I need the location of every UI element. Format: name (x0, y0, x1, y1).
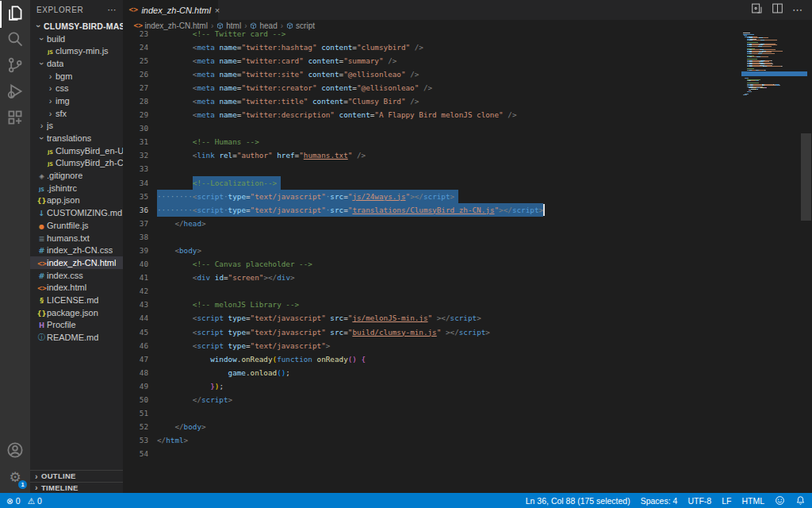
status-errors[interactable]: ⊗0 (6, 496, 21, 506)
tree-file-index-zh-cn-html[interactable]: <>index_zh-CN.html (30, 256, 123, 269)
code-line-41[interactable]: 41 <div id="screen"></div> (123, 271, 800, 284)
line-number[interactable]: 37 (123, 217, 157, 230)
line-number[interactable]: 50 (123, 393, 157, 406)
minimap[interactable] (743, 31, 800, 134)
editor-scrollbar[interactable] (800, 31, 812, 493)
code-line-38[interactable]: 38 (123, 230, 800, 244)
breadcrumb-item-html[interactable]: html (216, 21, 241, 30)
panel-outline[interactable]: ›OUTLINE (30, 470, 123, 482)
code-line-46[interactable]: 46 <script type="text/javascript"> (123, 339, 800, 352)
close-icon[interactable]: × (215, 6, 220, 15)
scrollbar-slider[interactable] (801, 133, 811, 221)
code-line-39[interactable]: 39 <body> (123, 244, 800, 257)
line-number[interactable]: 44 (123, 311, 157, 325)
tree-file-app-json[interactable]: {}app.json (30, 194, 123, 207)
open-changes-icon[interactable] (751, 2, 763, 17)
tab-index-zh-cn-html[interactable]: <> index_zh-CN.html × (123, 0, 218, 20)
activity-item-explorer[interactable] (0, 4, 30, 25)
tree-file-index-html[interactable]: <>index.html (30, 281, 123, 294)
tree-file-clumsy-min-js[interactable]: JSclumsy-min.js (30, 44, 123, 57)
code-line-53[interactable]: 53</html> (123, 433, 800, 447)
code-line-49[interactable]: 49 }); (123, 379, 800, 393)
code-line-34[interactable]: 34 <!--Localization--> (123, 176, 800, 190)
tree-file-license-md[interactable]: §LICENSE.md (30, 294, 123, 306)
breadcrumb-item-script[interactable]: script (286, 21, 315, 30)
code-line-36[interactable]: 36········<script·type="text/javascript"… (123, 203, 800, 217)
code-line-32[interactable]: 32 <link rel="author" href="humans.txt" … (123, 148, 800, 162)
code-line-45[interactable]: 45 <script type="text/javascript" src="b… (123, 325, 800, 339)
status-encoding[interactable]: UTF-8 (688, 496, 711, 506)
activity-item-source-control[interactable] (0, 56, 30, 77)
tree-folder-js[interactable]: ›js (30, 120, 123, 133)
tree-folder-img[interactable]: ›img (30, 94, 123, 107)
code-line-52[interactable]: 52 </body> (123, 420, 800, 433)
line-number[interactable]: 45 (123, 325, 157, 339)
line-number[interactable]: 29 (123, 108, 157, 121)
line-number[interactable]: 33 (123, 162, 157, 175)
line-number[interactable]: 27 (123, 81, 157, 94)
code-line-51[interactable]: 51 (123, 406, 800, 420)
code-line-29[interactable]: 29 <meta name="twitter:description" cont… (123, 108, 800, 121)
code-line-42[interactable]: 42 (123, 284, 800, 298)
code-line-25[interactable]: 25 <meta name="twitter:card" content="su… (123, 54, 800, 67)
line-number[interactable]: 48 (123, 366, 157, 379)
tree-folder-sfx[interactable]: ›sfx (30, 107, 123, 120)
line-number[interactable]: 36 (123, 203, 157, 217)
code-line-24[interactable]: 24 <meta name="twitter:hashtag" content=… (123, 40, 800, 54)
code-line-33[interactable]: 33 (123, 162, 800, 175)
line-number[interactable]: 26 (123, 67, 157, 81)
activity-item-run-debug[interactable] (0, 83, 30, 103)
tree-file-clumsybird-en-us-[interactable]: JSClumsyBird_en-US... (30, 144, 123, 157)
tree-folder-build[interactable]: ›build (30, 33, 123, 45)
tree-file-customizing-md[interactable]: ↓CUSTOMIZING.md (30, 206, 123, 219)
activity-item-settings[interactable]: ⚙1 (0, 468, 30, 488)
activity-item-search[interactable] (0, 30, 30, 51)
code-editor[interactable]: 23 <!-- Twitter card -->24 <meta name="t… (123, 31, 800, 493)
bell-icon[interactable] (795, 495, 806, 506)
status-language-mode[interactable]: HTML (741, 496, 764, 506)
tree-file-index-zh-cn-css[interactable]: #index_zh-CN.css (30, 244, 123, 256)
tree-file-humans-txt[interactable]: ≡humans.txt (30, 232, 123, 244)
line-number[interactable]: 53 (123, 433, 157, 447)
code-line-30[interactable]: 30 (123, 121, 800, 135)
code-line-44[interactable]: 44 <script type="text/javascript" src="j… (123, 311, 800, 325)
tree-folder-bgm[interactable]: ›bgm (30, 70, 123, 83)
line-number[interactable]: 51 (123, 406, 157, 420)
tree-root-folder[interactable]: › CLUMSY-BIRD-MASTER ... (30, 20, 123, 33)
line-number[interactable]: 43 (123, 298, 157, 311)
code-line-31[interactable]: 31 <!-- Humans --> (123, 135, 800, 148)
tree-folder-css[interactable]: ›css (30, 82, 123, 94)
tree-file-gruntfile-js[interactable]: ●Gruntfile.js (30, 219, 123, 232)
status-cursor-position[interactable]: Ln 36, Col 88 (175 selected) (526, 496, 630, 506)
activity-item-extensions[interactable] (0, 109, 30, 129)
status-warnings[interactable]: ⚠0 (28, 496, 42, 506)
code-line-26[interactable]: 26 <meta name="twitter:site" content="@e… (123, 67, 800, 81)
line-number[interactable]: 38 (123, 230, 157, 244)
line-number[interactable]: 35 (123, 190, 157, 203)
line-number[interactable]: 46 (123, 339, 157, 352)
line-number[interactable]: 40 (123, 257, 157, 271)
line-number[interactable]: 47 (123, 352, 157, 366)
line-number[interactable]: 32 (123, 148, 157, 162)
code-line-47[interactable]: 47 window.onReady(function onReady() { (123, 352, 800, 366)
activity-item-account[interactable] (0, 441, 30, 462)
code-line-23[interactable]: 23 <!-- Twitter card --> (123, 31, 800, 40)
tree-folder-translations[interactable]: ›translations (30, 132, 123, 144)
tree-file-readme-md[interactable]: ⓘREADME.md (30, 331, 123, 344)
explorer-more-actions-icon[interactable]: ⋯ (107, 5, 117, 15)
feedback-icon[interactable] (775, 495, 785, 506)
line-number[interactable]: 54 (123, 447, 157, 460)
tree-file-package-json[interactable]: {}package.json (30, 306, 123, 319)
code-line-48[interactable]: 48 game.onload(); (123, 366, 800, 379)
tree-folder-data[interactable]: ›data (30, 57, 123, 70)
tree-file--gitignore[interactable]: ◈.gitignore (30, 169, 123, 182)
status-indentation[interactable]: Spaces: 4 (641, 496, 678, 506)
tree-file-clumsybird-zh-cn-[interactable]: JSClumsyBird_zh-CN... (30, 157, 123, 170)
line-number[interactable]: 24 (123, 40, 157, 54)
code-line-43[interactable]: 43 <!-- melonJS Library --> (123, 298, 800, 311)
code-line-54[interactable]: 54 (123, 447, 800, 460)
code-line-27[interactable]: 27 <meta name="twitter:creator" content=… (123, 81, 800, 94)
breadcrumb-item-index-zh-cn-html[interactable]: <>index_zh-CN.html (133, 21, 208, 30)
line-number[interactable]: 31 (123, 135, 157, 148)
line-number[interactable]: 23 (123, 31, 157, 40)
